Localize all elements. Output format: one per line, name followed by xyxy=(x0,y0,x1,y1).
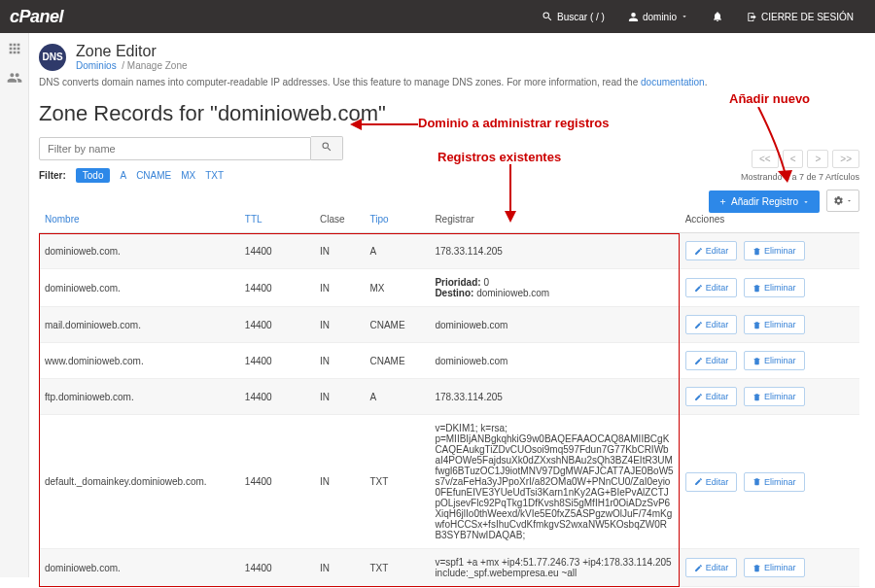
settings-button[interactable] xyxy=(826,190,859,212)
table-row: ftp.dominioweb.com. 14400 IN A 178.33.11… xyxy=(39,379,859,415)
table-row: mail.dominioweb.com. 14400 IN CNAME domi… xyxy=(39,307,859,343)
cell-reg: 178.33.114.205 xyxy=(429,233,679,269)
users-icon[interactable] xyxy=(7,70,22,86)
gear-icon xyxy=(833,195,844,206)
filter-pill-a[interactable]: A xyxy=(120,170,126,181)
bell-icon xyxy=(712,11,723,22)
th-name[interactable]: Nombre xyxy=(39,206,239,233)
user-menu[interactable]: dominio xyxy=(616,12,700,22)
filter-pill-cname[interactable]: CNAME xyxy=(136,170,171,181)
arrow-icon xyxy=(501,164,520,223)
arrow-icon xyxy=(350,115,418,134)
cell-reg: Prioridad: 0Destino: dominioweb.com xyxy=(429,269,679,307)
delete-button[interactable]: Eliminar xyxy=(744,387,805,406)
cell-name: mail.dominioweb.com. xyxy=(39,307,239,343)
filter-pill-all[interactable]: Todo xyxy=(76,168,111,183)
delete-button[interactable]: Eliminar xyxy=(744,558,805,577)
pager-last[interactable]: >> xyxy=(832,150,859,168)
edit-button[interactable]: Editar xyxy=(685,315,738,334)
breadcrumb-link[interactable]: Dominios xyxy=(76,60,117,71)
intro-text: DNS converts domain names into computer-… xyxy=(39,77,859,87)
page-header: DNS Zone Editor Dominios / Manage Zone xyxy=(39,43,859,71)
cell-class: IN xyxy=(314,307,364,343)
search-icon xyxy=(542,11,553,22)
breadcrumb-current: Manage Zone xyxy=(127,60,188,71)
filter-input[interactable] xyxy=(39,137,311,160)
user-label: dominio xyxy=(643,12,677,22)
delete-button[interactable]: Eliminar xyxy=(744,351,805,370)
cell-actions: Editar Eliminar xyxy=(680,415,859,549)
cell-actions: Editar Eliminar xyxy=(680,233,859,269)
cell-actions: Editar Eliminar xyxy=(680,307,859,343)
cell-class: IN xyxy=(314,549,364,587)
top-bar: cPanel Buscar ( / ) dominio CIERRE DE SE… xyxy=(0,0,875,33)
left-rail xyxy=(0,33,29,577)
cell-actions: Editar Eliminar xyxy=(680,269,859,307)
table-row: default._domainkey.dominioweb.com. 14400… xyxy=(39,415,859,549)
svg-marker-4 xyxy=(778,170,792,183)
filter-pill-mx[interactable]: MX xyxy=(181,170,195,181)
th-type[interactable]: Tipo xyxy=(364,206,429,233)
cell-actions: Editar Eliminar xyxy=(680,379,859,415)
search-label: Buscar ( / ) xyxy=(557,12,605,22)
plus-icon xyxy=(718,197,727,206)
svg-marker-1 xyxy=(350,119,362,130)
breadcrumb: Dominios / Manage Zone xyxy=(76,60,188,71)
annotation-records: Registros existentes xyxy=(438,150,561,164)
add-record-button[interactable]: Añadir Registro xyxy=(709,190,820,213)
search-menu[interactable]: Buscar ( / ) xyxy=(530,11,616,22)
delete-button[interactable]: Eliminar xyxy=(744,278,805,297)
edit-button[interactable]: Editar xyxy=(685,241,738,260)
cell-type: CNAME xyxy=(364,343,429,379)
table-row: www.dominioweb.com. 14400 IN CNAME domin… xyxy=(39,343,859,379)
cell-name: dominioweb.com. xyxy=(39,549,239,587)
cell-reg: v=DKIM1; k=rsa; p=MIIBIjANBgkqhkiG9w0BAQ… xyxy=(429,415,679,549)
th-ttl[interactable]: TTL xyxy=(239,206,314,233)
cell-ttl: 14400 xyxy=(239,415,314,549)
cell-class: IN xyxy=(314,233,364,269)
cell-ttl: 14400 xyxy=(239,549,314,587)
cell-ttl: 14400 xyxy=(239,379,314,415)
search-icon xyxy=(321,141,332,153)
logout-button[interactable]: CIERRE DE SESIÓN xyxy=(735,12,865,22)
delete-button[interactable]: Eliminar xyxy=(744,241,805,260)
cell-ttl: 14400 xyxy=(239,343,314,379)
edit-button[interactable]: Editar xyxy=(685,278,738,297)
edit-button[interactable]: Editar xyxy=(685,558,738,577)
cell-class: IN xyxy=(314,269,364,307)
edit-button[interactable]: Editar xyxy=(685,351,738,370)
cell-name: ftp.dominioweb.com. xyxy=(39,379,239,415)
documentation-link[interactable]: documentation xyxy=(641,77,705,87)
cell-type: TXT xyxy=(364,549,429,587)
arrow-icon xyxy=(749,107,797,185)
logout-label: CIERRE DE SESIÓN xyxy=(761,12,854,22)
edit-button[interactable]: Editar xyxy=(685,387,738,406)
delete-button[interactable]: Eliminar xyxy=(744,472,805,492)
filter-search-button[interactable] xyxy=(311,136,343,160)
cell-class: IN xyxy=(314,415,364,549)
cell-class: IN xyxy=(314,343,364,379)
logout-icon xyxy=(747,12,757,22)
chevron-down-icon xyxy=(802,198,810,206)
notifications-button[interactable] xyxy=(700,11,735,22)
th-reg: Registrar xyxy=(429,206,679,233)
filter-pill-txt[interactable]: TXT xyxy=(205,170,224,181)
edit-button[interactable]: Editar xyxy=(685,472,738,492)
cell-reg: 178.33.114.205 xyxy=(429,379,679,415)
table-row: dominioweb.com. 14400 IN TXT v=spf1 +a +… xyxy=(39,549,859,587)
pager-next[interactable]: > xyxy=(807,150,828,168)
table-row: dominioweb.com. 14400 IN A 178.33.114.20… xyxy=(39,233,859,269)
cell-type: A xyxy=(364,233,429,269)
cell-type: MX xyxy=(364,269,429,307)
annotation-add: Añadir nuevo xyxy=(729,91,810,106)
delete-button[interactable]: Eliminar xyxy=(744,315,805,334)
records-table: Nombre TTL Clase Tipo Registrar Acciones… xyxy=(39,206,859,587)
cell-ttl: 14400 xyxy=(239,307,314,343)
cell-actions: Editar Eliminar xyxy=(680,549,859,587)
cpanel-logo: cPanel xyxy=(10,7,63,27)
cell-class: IN xyxy=(314,379,364,415)
cell-name: dominioweb.com. xyxy=(39,269,239,307)
annotation-domain: Dominio a administrar registros xyxy=(418,116,610,130)
apps-icon[interactable] xyxy=(7,41,22,56)
cell-type: A xyxy=(364,379,429,415)
